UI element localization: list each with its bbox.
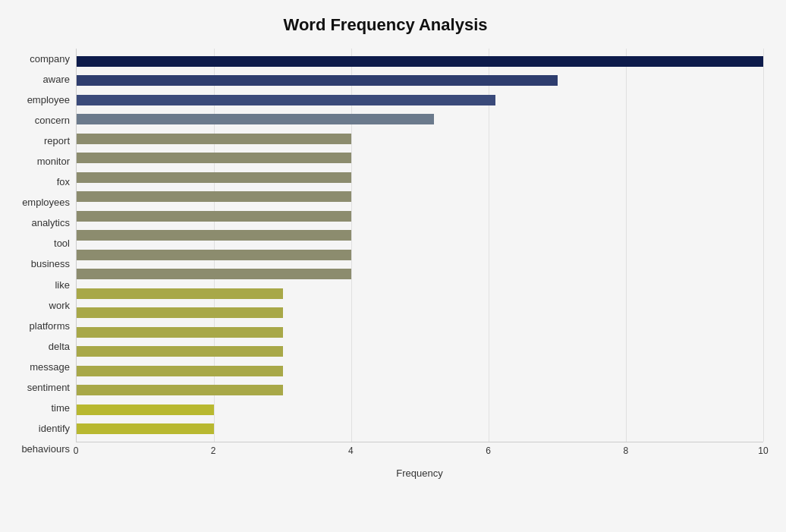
bar (77, 405, 214, 415)
bar-row (77, 129, 763, 149)
bar (77, 346, 283, 357)
y-labels: companyawareemployeeconcernreportmonitor… (8, 49, 76, 482)
x-axis: 0246810 (76, 442, 763, 464)
bars-and-x: 0246810 Frequency (76, 49, 763, 482)
y-label: tool (54, 233, 70, 253)
y-label: delta (49, 336, 70, 357)
bar (77, 288, 283, 299)
y-label: sentiment (27, 377, 70, 398)
y-label: work (49, 295, 70, 316)
y-label: employees (22, 192, 70, 212)
bar (77, 327, 283, 338)
bar-row (77, 323, 763, 342)
y-label: message (30, 357, 70, 377)
bar-row (77, 110, 763, 130)
x-tick: 0 (74, 445, 79, 456)
y-label: behaviours (21, 439, 70, 459)
bar (77, 269, 351, 279)
bar (77, 307, 283, 318)
y-label: business (31, 253, 70, 274)
bars-panel (76, 49, 763, 442)
bar (77, 134, 351, 144)
bars-list (77, 49, 763, 442)
x-tick: 6 (486, 445, 491, 456)
x-axis-label: Frequency (76, 467, 763, 482)
bar-row (77, 168, 763, 187)
bar (77, 230, 351, 241)
bar (77, 211, 351, 222)
y-label: identify (39, 418, 70, 439)
bar-row (77, 400, 763, 420)
bar-row (77, 52, 763, 71)
bar (77, 423, 214, 434)
bar (77, 385, 283, 395)
bar (77, 95, 495, 105)
bar (77, 191, 351, 202)
bar-row (77, 149, 763, 168)
bar (77, 114, 434, 124)
bar (77, 153, 351, 163)
chart-container: Word Frequency Analysis companyawareempl… (0, 0, 786, 532)
bar (77, 366, 283, 376)
bar-row (77, 90, 763, 110)
x-tick: 2 (211, 445, 216, 456)
bar-row (77, 265, 763, 285)
x-tick: 4 (348, 445, 354, 456)
grid-line (763, 49, 764, 442)
y-label: concern (35, 110, 70, 131)
y-label: report (44, 131, 70, 151)
y-label: analytics (31, 212, 70, 233)
y-label: aware (43, 69, 70, 90)
y-label: employee (27, 90, 70, 110)
chart-title: Word Frequency Analysis (8, 15, 763, 35)
bar-row (77, 71, 763, 91)
x-tick: 10 (758, 445, 768, 456)
bar-row (77, 342, 763, 362)
x-tick: 8 (623, 445, 628, 456)
bar (77, 172, 351, 183)
y-label: monitor (37, 151, 70, 172)
bar (77, 56, 763, 67)
bar-row (77, 226, 763, 246)
chart-area: companyawareemployeeconcernreportmonitor… (8, 49, 763, 482)
bar-row (77, 381, 763, 401)
bar-row (77, 284, 763, 304)
y-label: time (51, 398, 70, 418)
bar-row (77, 304, 763, 323)
bar-row (77, 245, 763, 265)
y-label: like (55, 275, 70, 295)
y-label: fox (57, 172, 70, 192)
bar-row (77, 420, 763, 439)
y-label: platforms (30, 316, 70, 336)
bar (77, 250, 351, 260)
bar-row (77, 206, 763, 226)
bar (77, 75, 558, 86)
y-label: company (30, 49, 70, 69)
bar-row (77, 361, 763, 381)
bar-row (77, 187, 763, 207)
